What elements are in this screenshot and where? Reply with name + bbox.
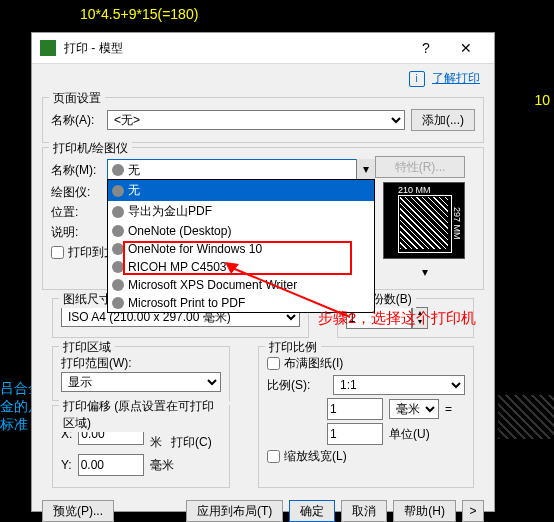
help-link-row: i 了解打印 [32,64,494,93]
dialog-title: 打印 - 模型 [64,40,406,57]
printer-select[interactable]: 无 ▾ 无 导出为金山PDF OneNote (Desktop) OneNote… [107,159,375,181]
ratio-label: 比例(S): [267,377,327,394]
printer-option[interactable]: Microsoft Print to PDF [108,294,374,312]
page-setup-group: 页面设置 名称(A): <无> 添加(...) [42,97,484,143]
learn-print-link[interactable]: 了解打印 [432,71,480,85]
page-name-label: 名称(A): [51,112,101,129]
y-input[interactable] [78,454,144,476]
bg-formula: 10*4.5+9*15(=180) [80,6,198,22]
scale-group: 打印比例 布满图纸(I) 比例(S):1:1 毫米= 单位(U) 缩放线宽(L) [258,346,474,488]
paper-preview: 210 MM 297 MM [383,182,465,259]
printer-option[interactable]: OneNote (Desktop) [108,222,374,240]
ok-button[interactable]: 确定 [289,500,335,522]
print-range-select[interactable]: 显示 [61,372,221,392]
apply-button[interactable]: 应用到布局(T) [186,500,283,522]
location-label: 位置: [51,204,101,221]
fit-to-paper[interactable]: 布满图纸(I) [267,356,343,370]
area-title: 打印区域 [59,339,115,356]
bg-t3: 标准 [0,416,28,434]
printer-icon [112,279,124,291]
plotter-label: 绘图仪: [51,184,101,201]
unit2: 单位(U) [389,426,430,443]
printer-option[interactable]: Microsoft XPS Document Writer [108,276,374,294]
unit1-select[interactable]: 毫米 [389,399,439,419]
info-icon: i [409,71,425,87]
printer-icon [112,297,124,309]
printer-title: 打印机/绘图仪 [49,140,132,157]
chevron-down-icon[interactable]: ▾ [422,265,428,279]
ratio-select[interactable]: 1:1 [333,375,465,395]
scale-v1[interactable] [327,398,383,420]
equals: = [445,402,452,416]
close-button[interactable]: ✕ [446,34,486,62]
printer-icon [112,164,124,176]
scale-title: 打印比例 [265,339,321,356]
printer-name-label: 名称(M): [51,162,101,179]
bg-num: 10 [534,92,550,108]
scale-lineweight[interactable]: 缩放线宽(L) [267,449,347,463]
printer-option[interactable]: RICOH MP C4503 [108,258,374,276]
printer-dropdown-list: 无 导出为金山PDF OneNote (Desktop) OneNote for… [107,179,375,313]
printer-icon [112,243,124,255]
help-button-bottom[interactable]: 帮助(H) [393,500,456,522]
expand-button[interactable]: > [462,500,484,522]
titlebar: 打印 - 模型 ? ✕ [32,33,494,64]
page-setup-title: 页面设置 [49,90,105,107]
preview-height: 297 MM [452,207,462,240]
printer-group: 打印机/绘图仪 名称(M): 无 ▾ 无 导出为金山PDF OneNote (D… [42,147,484,290]
properties-button[interactable]: 特性(R)... [375,156,465,178]
y-unit: 毫米 [150,457,174,474]
printer-option[interactable]: OneNote for Windows 10 [108,240,374,258]
scale-v2[interactable] [327,423,383,445]
printer-icon [112,261,124,273]
help-button[interactable]: ? [406,34,446,62]
printer-option[interactable]: 导出为金山PDF [108,201,374,222]
cancel-button[interactable]: 取消 [341,500,387,522]
bg-hatch [498,395,554,439]
print-dialog: 打印 - 模型 ? ✕ i 了解打印 页面设置 名称(A): <无> 添加(..… [31,32,495,512]
app-icon [40,40,56,56]
offset-title: 打印偏移 (原点设置在可打印区域) [59,398,229,432]
range-label: 打印范围(W): [61,355,221,372]
printer-icon [112,225,124,237]
button-bar: 预览(P)... 应用到布局(T) 确定 取消 帮助(H) > [32,492,494,522]
printer-icon [112,185,124,197]
print-area-group: 打印区域 打印范围(W): 显示 [52,346,230,401]
chevron-down-icon[interactable]: ▾ [356,159,375,179]
offset-group: 打印偏移 (原点设置在可打印区域) X: 毫米 居中打印(C) Y: 毫米 [52,405,230,488]
y-label: Y: [61,458,72,472]
printer-selected: 无 [128,162,140,179]
page-name-select[interactable]: <无> [107,110,405,130]
preview-button[interactable]: 预览(P)... [42,500,114,522]
printer-icon [112,206,124,218]
add-button[interactable]: 添加(...) [411,109,475,131]
desc-label: 说明: [51,224,101,241]
preview-width: 210 MM [398,185,431,195]
printer-option[interactable]: 无 [108,180,374,201]
